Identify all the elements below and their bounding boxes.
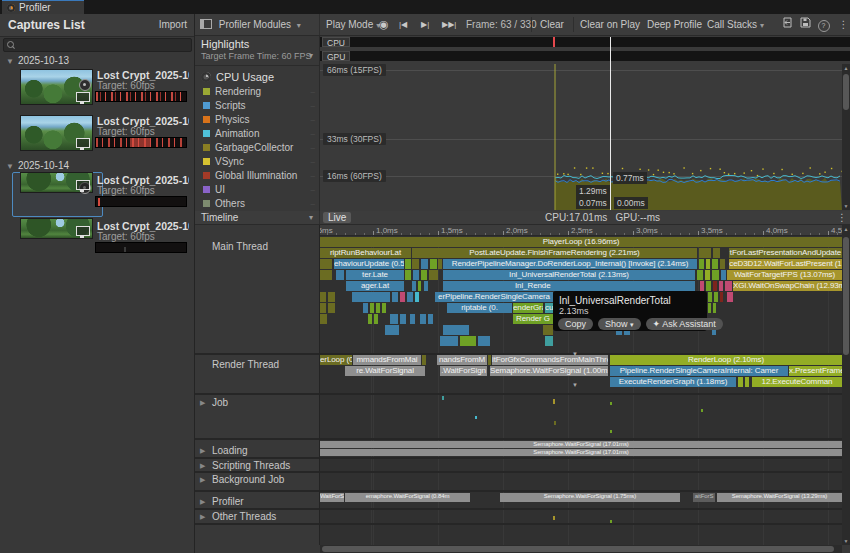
flame-block[interactable] — [553, 399, 555, 404]
timeline-menu-button[interactable]: ⋮ — [837, 211, 847, 224]
flame-block[interactable] — [400, 292, 405, 302]
flame-block[interactable] — [478, 336, 490, 346]
fold-closed-icon[interactable]: ▶ — [200, 513, 205, 521]
flame-block[interactable] — [610, 520, 612, 523]
flame-span[interactable]: ehaviourUpdate (0.5 — [334, 259, 404, 269]
scroll-up-icon[interactable]: ▲ — [842, 64, 850, 72]
flame-block[interactable] — [720, 259, 725, 269]
expand-thread-icon[interactable]: ▼ — [572, 382, 578, 388]
flame-block[interactable] — [705, 270, 710, 280]
fold-closed-icon[interactable]: ▶ — [200, 399, 205, 407]
flame-span[interactable]: Inl_Rende — [443, 281, 695, 291]
flame-block[interactable] — [390, 314, 398, 324]
prev-frame-button[interactable]: |◀ — [399, 14, 407, 35]
capture-item[interactable]: Lost Crypt_2025-10…Target: 60fps — [0, 113, 195, 159]
thread-label-loading[interactable]: ▶Loading — [195, 445, 320, 457]
timeline-hscroll-thumb[interactable] — [322, 546, 834, 552]
scroll-down-icon[interactable]: ▼ — [842, 537, 850, 545]
cpu-usage-module[interactable]: CPU Usage — [195, 68, 319, 84]
flame-block[interactable] — [430, 259, 437, 269]
flame-span[interactable]: re.WaitForSignal — [345, 366, 425, 376]
flame-block[interactable] — [699, 248, 711, 258]
timeline-hscrollbar[interactable] — [320, 545, 842, 553]
flame-span[interactable]: erLoop (0.8 — [320, 355, 352, 365]
record-button[interactable]: ◉ — [379, 14, 389, 35]
flame-span[interactable]: enderGra — [513, 303, 543, 313]
flame-block[interactable] — [370, 303, 374, 313]
flame-block[interactable] — [719, 281, 723, 291]
thread-label-background-job[interactable]: ▶Background Job — [195, 474, 320, 486]
capture-group-header[interactable]: ▼2025-10-13 — [0, 54, 195, 67]
tab-profiler[interactable]: Profiler — [2, 0, 84, 14]
load-profile-button[interactable] — [780, 17, 795, 32]
live-toggle[interactable]: Live — [323, 212, 351, 223]
flame-block[interactable] — [328, 292, 335, 302]
flame-block[interactable] — [385, 325, 399, 335]
flame-span[interactable]: WaitForSig — [320, 493, 344, 502]
flame-block[interactable] — [320, 292, 326, 302]
flame-block[interactable] — [412, 259, 419, 269]
flame-span[interactable]: 12.ExecuteComman — [752, 377, 842, 387]
flame-span[interactable]: ter.Late — [346, 270, 404, 280]
flame-span[interactable]: nandsFromM — [437, 355, 487, 365]
flame-block[interactable] — [415, 292, 419, 302]
capture-item[interactable]: Lost Crypt_2025-10…Target: 60fps — [0, 67, 195, 113]
flame-block[interactable] — [713, 303, 716, 313]
flame-span[interactable]: Semaphore.WaitForSignal (1.00ms) — [490, 366, 608, 376]
legend-item-vsync[interactable]: VSync — [195, 154, 319, 168]
flame-block[interactable] — [392, 292, 398, 302]
flame-block[interactable] — [413, 270, 419, 280]
flame-block[interactable] — [610, 430, 612, 433]
call-stacks-dropdown[interactable]: Call Stacks▾ — [707, 14, 764, 35]
legend-item-physics[interactable]: Physics — [195, 112, 319, 126]
flame-block[interactable] — [699, 259, 704, 269]
save-profile-button[interactable] — [798, 17, 813, 32]
flame-block[interactable] — [405, 270, 411, 280]
flame-span[interactable]: emaphore.WaitForSignal (0.84m — [345, 493, 470, 502]
legend-item-global-illumination[interactable]: Global Illumination — [195, 168, 319, 182]
clear-button[interactable]: Clear — [540, 14, 564, 35]
highlights-module[interactable]: Highlights — [195, 36, 319, 51]
flame-block[interactable] — [721, 270, 726, 280]
flame-span[interactable]: PostLateUpdate.FinishFrameRendering (2.2… — [412, 248, 697, 258]
flame-block[interactable] — [382, 303, 386, 313]
flame-span[interactable]: x.PresentFrame (0.88m — [789, 366, 842, 376]
chart-scroll-thumb[interactable] — [843, 74, 849, 110]
play-mode-dropdown[interactable]: Play Mode▾ — [326, 14, 380, 35]
flame-block[interactable] — [713, 248, 720, 258]
flame-span[interactable]: Semaphore.WaitForSignal (13.29ms) — [717, 493, 842, 502]
profiler-modules-dropdown[interactable]: Profiler Modules ▾ — [195, 14, 320, 35]
capture-item[interactable]: Lost Crypt_2025-10…Target: 60fps — [0, 218, 195, 264]
flame-block[interactable] — [429, 270, 438, 280]
flame-block[interactable] — [708, 292, 712, 302]
thread-label-render-thread[interactable]: Render Thread — [195, 359, 320, 371]
flame-block[interactable] — [420, 314, 426, 324]
flame-span[interactable]: RenderLoop (2.10ms) — [610, 355, 842, 365]
flame-span[interactable]: WaitForTargetFPS (13.07ms) — [727, 270, 842, 280]
timeline-scroll-thumb[interactable] — [843, 237, 849, 355]
flame-block[interactable] — [712, 270, 719, 280]
flame-block[interactable] — [738, 377, 743, 387]
flame-block[interactable] — [424, 281, 428, 291]
flame-block[interactable] — [714, 292, 718, 302]
ask-assistant-button[interactable]: ✦ Ask Assistant — [646, 318, 723, 330]
flame-span[interactable]: ager.Lat — [346, 281, 404, 291]
flame-block[interactable] — [708, 303, 711, 313]
flame-span[interactable]: Render G — [513, 314, 553, 324]
selected-frame-line[interactable] — [610, 37, 611, 210]
flame-block[interactable] — [442, 396, 444, 400]
flame-block[interactable] — [460, 336, 476, 346]
flame-block[interactable] — [712, 259, 718, 269]
flame-span[interactable]: aitForS — [693, 493, 715, 502]
flame-block[interactable] — [488, 355, 491, 365]
copy-button[interactable]: Copy — [558, 318, 593, 330]
expand-thread-icon[interactable]: ▼ — [572, 351, 578, 357]
scroll-up-icon[interactable]: ▲ — [842, 225, 850, 233]
thread-label-profiler[interactable]: ▶Profiler — [195, 496, 320, 508]
flame-block[interactable] — [543, 325, 553, 335]
legend-item-animation[interactable]: Animation — [195, 126, 319, 140]
flame-block[interactable] — [725, 281, 732, 291]
flame-block[interactable] — [421, 259, 428, 269]
flame-block[interactable] — [421, 270, 427, 280]
next-frame-button[interactable]: ▶| — [421, 14, 429, 35]
